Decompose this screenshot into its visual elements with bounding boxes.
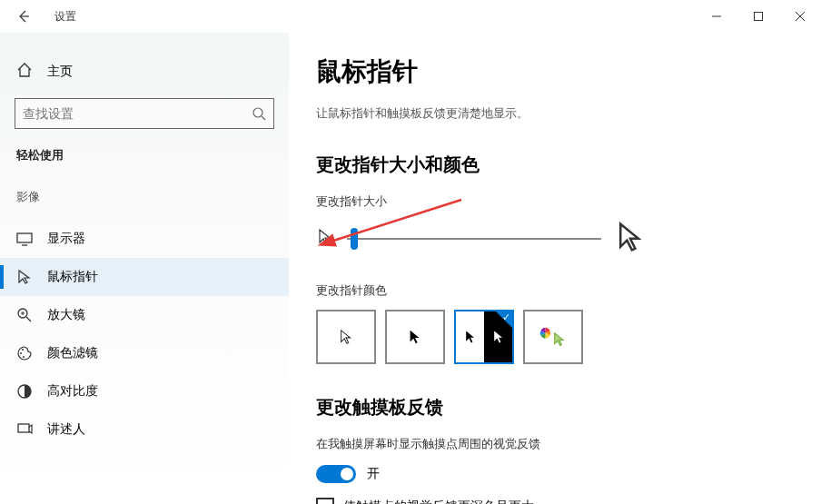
- palette-icon: [16, 345, 33, 361]
- search-input[interactable]: [23, 106, 252, 121]
- sidebar-item-display[interactable]: 显示器: [0, 220, 289, 258]
- pointer-color-white[interactable]: [316, 310, 376, 364]
- svg-point-13: [20, 352, 22, 354]
- section-header: 轻松使用: [0, 147, 289, 180]
- sidebar-item-label: 颜色滤镜: [47, 345, 98, 361]
- subheader: 影像: [0, 180, 289, 220]
- svg-rect-2: [755, 13, 763, 21]
- cursor-icon: [16, 269, 33, 285]
- maximize-button[interactable]: [737, 2, 779, 31]
- svg-rect-7: [17, 233, 32, 242]
- pointer-size-slider[interactable]: [347, 238, 601, 240]
- svg-line-10: [26, 317, 31, 321]
- sidebar-item-label: 放大镜: [47, 307, 85, 323]
- pointer-color-inverted[interactable]: ✓: [454, 310, 514, 364]
- contrast-icon: [16, 383, 33, 400]
- sidebar-item-magnifier[interactable]: 放大镜: [0, 296, 289, 334]
- narrator-icon: [16, 421, 33, 438]
- sidebar-item-label: 高对比度: [47, 383, 98, 400]
- sidebar-item-mouse-pointer[interactable]: 鼠标指针: [0, 258, 289, 296]
- home-label: 主页: [47, 64, 73, 80]
- sidebar-item-color-filters[interactable]: 颜色滤镜: [0, 334, 289, 372]
- back-button[interactable]: [15, 7, 33, 25]
- page-title: 鼠标指针: [316, 54, 794, 89]
- monitor-icon: [16, 231, 33, 247]
- pointer-color-custom[interactable]: [523, 310, 583, 364]
- minimize-button[interactable]: [696, 2, 737, 31]
- cursor-large-icon: [614, 221, 647, 257]
- search-icon: [252, 106, 266, 121]
- svg-point-5: [253, 108, 262, 117]
- cursor-small-icon: [316, 228, 334, 250]
- svg-line-6: [262, 116, 265, 120]
- section-size-color: 更改指针大小和颜色: [316, 153, 794, 177]
- toggle-label: 开: [367, 466, 380, 482]
- sidebar-item-label: 鼠标指针: [47, 269, 98, 285]
- slider-thumb[interactable]: [351, 228, 358, 250]
- sidebar-item-high-contrast[interactable]: 高对比度: [0, 372, 289, 410]
- touch-feedback-toggle[interactable]: [316, 465, 356, 483]
- darker-larger-checkbox[interactable]: [316, 498, 334, 504]
- label-pointer-size: 更改指针大小: [316, 193, 794, 210]
- close-button[interactable]: [779, 2, 821, 31]
- page-description: 让鼠标指针和触摸板反馈更清楚地显示。: [316, 105, 794, 122]
- sidebar-item-label: 显示器: [47, 231, 85, 247]
- search-input-container[interactable]: [15, 98, 274, 129]
- svg-point-15: [23, 356, 25, 358]
- label-pointer-color: 更改指针颜色: [316, 282, 794, 299]
- window-title: 设置: [54, 9, 76, 25]
- svg-point-14: [22, 349, 24, 351]
- checkbox-label: 使触摸点的视觉反馈更深色且更大: [343, 499, 534, 504]
- home-icon: [16, 62, 33, 82]
- section-touch: 更改触摸板反馈: [316, 395, 794, 420]
- magnifier-icon: [16, 307, 33, 323]
- touch-desc: 在我触摸屏幕时显示触摸点周围的视觉反馈: [316, 436, 794, 452]
- pointer-color-black[interactable]: [385, 310, 445, 364]
- sidebar-item-label: 讲述人: [47, 421, 85, 438]
- sidebar-item-narrator[interactable]: 讲述人: [0, 410, 289, 449]
- home-nav[interactable]: 主页: [0, 54, 289, 98]
- svg-rect-17: [18, 424, 29, 432]
